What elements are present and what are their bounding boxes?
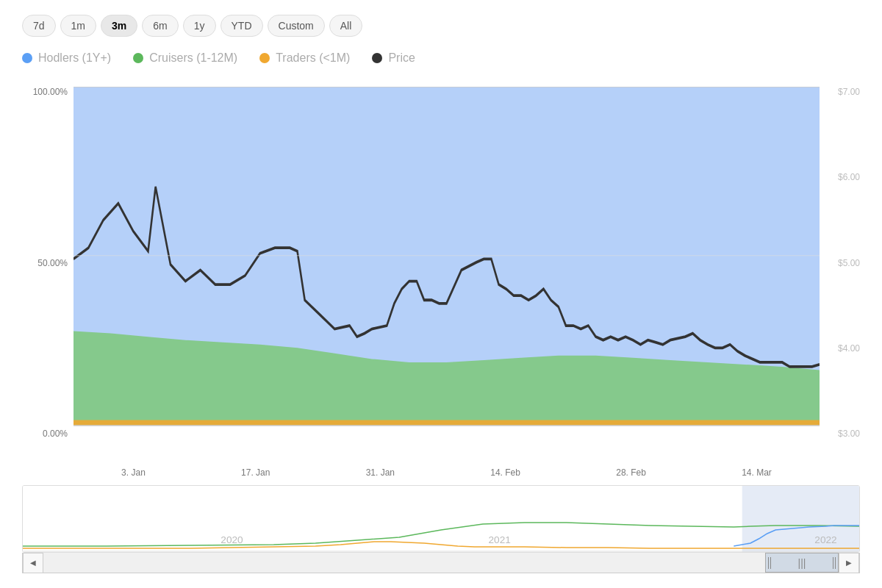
x-label-14mar: 14. Mar xyxy=(742,467,772,478)
y-right-4: $4.00 xyxy=(823,343,860,354)
y-axis-right: $7.00 $6.00 $5.00 $4.00 $3.00 xyxy=(820,87,860,465)
mini-year-2020: 2020 xyxy=(220,535,243,545)
navigator-bar: ◀ ||| ▶ xyxy=(22,553,860,573)
time-btn-1m[interactable]: 1m xyxy=(60,15,96,37)
x-label-31jan: 31. Jan xyxy=(366,467,395,478)
nav-right-grip[interactable] xyxy=(833,557,836,569)
mini-chart-section: 2020 2021 2022 ◀ ||| ▶ xyxy=(22,485,860,573)
main-chart-container: 100.00% 50.00% 0.00% xyxy=(22,87,860,465)
nav-left-arrow[interactable]: ◀ xyxy=(23,553,43,573)
svg-rect-2 xyxy=(742,486,859,552)
time-btn-all[interactable]: All xyxy=(329,15,363,37)
mini-year-2022: 2022 xyxy=(814,535,836,545)
nav-track[interactable]: ||| xyxy=(43,553,839,573)
x-label-14feb: 14. Feb xyxy=(490,467,520,478)
time-range-controls: 7d1m3m6m1yYTDCustomAll xyxy=(22,15,860,37)
legend-dot xyxy=(259,53,270,63)
x-label-28feb: 28. Feb xyxy=(616,467,646,478)
time-btn-6m[interactable]: 6m xyxy=(142,15,178,37)
legend-item-cruisers-(1-12m): Cruisers (1-12M) xyxy=(133,51,237,65)
legend-label: Traders (<1M) xyxy=(276,51,350,65)
time-btn-custom[interactable]: Custom xyxy=(268,15,325,37)
svg-rect-1 xyxy=(23,486,859,552)
y-right-7: $7.00 xyxy=(823,87,860,97)
x-axis: 3. Jan 17. Jan 31. Jan 14. Feb 28. Feb 1… xyxy=(22,467,860,478)
nav-center-grip[interactable]: ||| xyxy=(798,557,806,569)
y-label-50: 50.00% xyxy=(22,258,68,268)
legend-label: Hodlers (1Y+) xyxy=(38,51,111,65)
main-container: 7d1m3m6m1yYTDCustomAll Hodlers (1Y+)Crui… xyxy=(0,0,882,588)
mini-year-2021: 2021 xyxy=(488,535,510,545)
y-right-6: $6.00 xyxy=(823,172,860,182)
x-label-3jan: 3. Jan xyxy=(121,467,146,478)
chart-wrapper: 100.00% 50.00% 0.00% xyxy=(22,87,860,573)
nav-handle[interactable]: ||| xyxy=(765,553,839,573)
chart-legend: Hodlers (1Y+)Cruisers (1-12M)Traders (<1… xyxy=(22,51,860,65)
legend-item-price: Price xyxy=(372,51,415,65)
time-btn-1y[interactable]: 1y xyxy=(183,15,216,37)
mini-chart-svg: 2020 2021 2022 xyxy=(23,486,859,552)
y-right-5: $5.00 xyxy=(823,258,860,268)
legend-label: Price xyxy=(388,51,415,65)
legend-dot xyxy=(372,53,382,63)
main-chart-svg xyxy=(74,87,820,465)
x-label-17jan: 17. Jan xyxy=(241,467,270,478)
time-btn-ytd[interactable]: YTD xyxy=(220,15,263,37)
main-chart-area xyxy=(74,87,820,465)
nav-left-grip[interactable] xyxy=(768,557,771,569)
y-right-3: $3.00 xyxy=(823,429,860,439)
time-btn-7d[interactable]: 7d xyxy=(22,15,56,37)
legend-item-hodlers-(1y+): Hodlers (1Y+) xyxy=(22,51,111,65)
legend-dot xyxy=(133,53,143,63)
legend-dot xyxy=(22,53,32,63)
y-label-100: 100.00% xyxy=(22,87,68,97)
legend-item-traders-(<1m): Traders (<1M) xyxy=(259,51,350,65)
legend-label: Cruisers (1-12M) xyxy=(149,51,237,65)
y-axis-left: 100.00% 50.00% 0.00% xyxy=(22,87,74,465)
traders-area xyxy=(74,420,820,426)
mini-chart-container: 2020 2021 2022 xyxy=(22,485,860,553)
y-label-0: 0.00% xyxy=(22,429,68,439)
time-btn-3m[interactable]: 3m xyxy=(101,15,137,37)
nav-right-arrow[interactable]: ▶ xyxy=(839,553,859,573)
